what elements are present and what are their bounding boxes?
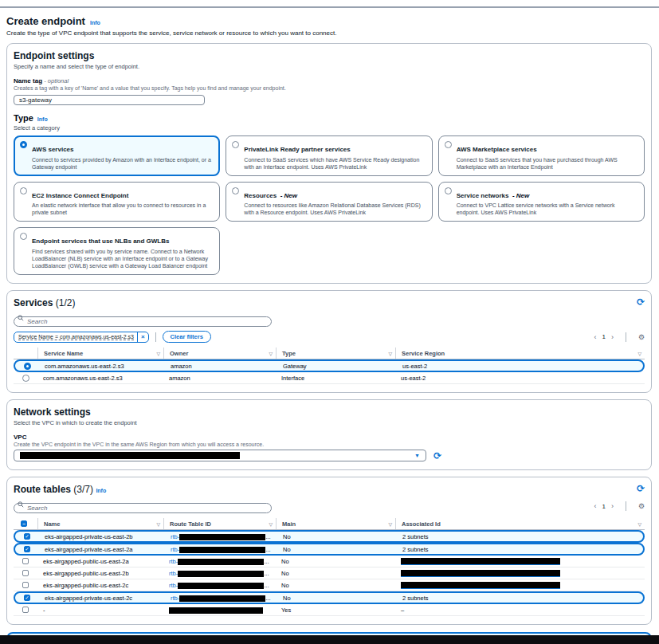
endpoint-settings-title: Endpoint settings (14, 50, 645, 61)
sort-icon[interactable]: ▽ (269, 521, 273, 527)
type-option-aws-services[interactable]: AWS services Connect to services provide… (14, 135, 220, 176)
route-table-row[interactable]: ✓ eks-airgapped-private-us-east-2a rtb-.… (14, 543, 645, 556)
route-tables-pagination: ‹ 1 › ⚙ (594, 501, 645, 511)
page-number[interactable]: 1 (602, 503, 605, 510)
radio-selected-icon[interactable] (24, 363, 31, 370)
route-tables-search-input[interactable] (14, 503, 272, 513)
route-table-id-link[interactable]: rtb- (169, 558, 178, 565)
services-search-input[interactable] (14, 316, 272, 327)
sort-icon[interactable]: ▽ (637, 351, 641, 356)
column-main[interactable]: Main ▽ (276, 518, 395, 529)
settings-gear-icon[interactable]: ⚙ (638, 333, 645, 341)
refresh-icon[interactable]: ⟳ (637, 484, 645, 493)
sort-icon[interactable]: ▽ (156, 521, 160, 527)
route-tables-info-link[interactable]: Info (96, 488, 106, 493)
refresh-icon[interactable]: ⟳ (637, 297, 645, 307)
checkbox-unchecked[interactable] (22, 582, 29, 588)
network-settings-title: Network settings (14, 406, 645, 418)
route-table-row[interactable]: eks-airgapped-public-us-east-2a rtb-... … (14, 556, 645, 567)
route-table-id-link[interactable]: rtb- (169, 582, 178, 589)
type-option-service-networks[interactable]: Service networks - New Connect to VPC La… (438, 182, 645, 222)
type-option-nlb-gwlb-services[interactable]: Endpoint services that use NLBs and GWLB… (14, 227, 220, 275)
associated-subnets[interactable]: 2 subnets (402, 595, 429, 602)
checkbox-checked[interactable]: ✓ (24, 595, 30, 601)
route-table-id-link[interactable]: rtb- (171, 546, 179, 553)
service-row-gateway[interactable]: com.amazonaws.us-east-2.s3 amazon Gatewa… (14, 359, 645, 372)
column-associated-id[interactable]: Associated Id ▽ (395, 518, 645, 529)
search-icon (18, 315, 24, 321)
endpoint-settings-subtitle: Specify a name and select the type of en… (14, 63, 645, 70)
route-table-row[interactable]: - Yes – (14, 604, 645, 616)
divider (155, 332, 156, 342)
vpc-select[interactable]: ▼ (14, 450, 426, 461)
route-tables-header: – Name ▽ Route Table ID ▽ Main ▽ Associa… (14, 518, 645, 530)
previous-page-icon[interactable]: ‹ (594, 502, 596, 510)
divider (626, 332, 626, 342)
settings-gear-icon[interactable]: ⚙ (638, 502, 645, 510)
type-option-marketplace[interactable]: AWS Marketplace services Connect to SaaS… (438, 135, 645, 176)
radio-icon[interactable] (232, 187, 239, 194)
sort-icon[interactable]: ▽ (269, 351, 273, 356)
checkbox-unchecked[interactable] (22, 558, 29, 564)
network-settings-card: Network settings Select the VPC in which… (6, 399, 652, 470)
next-page-icon[interactable]: › (611, 333, 614, 341)
page-title-text: Create endpoint (6, 15, 85, 27)
top-divider (0, 6, 659, 8)
sort-icon[interactable]: ▽ (156, 351, 160, 356)
service-row-interface[interactable]: com.amazonaws.us-east-2.s3 amazon Interf… (14, 372, 645, 384)
previous-page-icon[interactable]: ‹ (594, 333, 596, 341)
redacted-route-table-id (169, 607, 263, 614)
clear-filters-button[interactable]: Clear filters (163, 331, 211, 343)
radio-icon[interactable] (445, 141, 452, 148)
next-page-icon[interactable]: › (611, 502, 614, 510)
column-service-region[interactable]: Service Region ▽ (395, 348, 645, 359)
radio-icon[interactable] (22, 375, 29, 382)
type-option-ec2-instance-connect[interactable]: EC2 Instance Connect Endpoint An elastic… (14, 182, 220, 222)
services-table: Service Name ▽ Owner ▽ Type ▽ Service Re… (14, 348, 645, 384)
checkbox-checked[interactable]: ✓ (24, 533, 30, 540)
route-table-id-link[interactable]: rtb- (169, 570, 178, 577)
bottom-black-bar (0, 635, 659, 644)
checkbox-unchecked[interactable] (22, 607, 29, 613)
sort-icon[interactable]: ▽ (388, 521, 392, 527)
route-table-row[interactable]: eks-airgapped-public-us-east-2b rtb-... … (14, 567, 645, 579)
associated-subnets[interactable]: 2 subnets (402, 546, 429, 553)
service-name-filter-chip[interactable]: Service Name = com.amazonaws.us-east-2.s… (14, 332, 149, 343)
radio-icon[interactable] (20, 187, 27, 194)
sort-icon[interactable]: ▽ (388, 351, 392, 356)
type-option-privatelink-partner[interactable]: PrivateLink Ready partner services Conne… (226, 135, 432, 176)
route-table-id-link[interactable]: rtb- (171, 595, 179, 602)
route-table-row[interactable]: ✓ eks-airgapped-private-us-east-2c rtb-.… (14, 591, 645, 604)
name-tag-input[interactable] (14, 95, 205, 105)
associated-subnets[interactable]: 2 subnets (402, 533, 429, 540)
services-count: (1/2) (56, 297, 76, 308)
radio-icon[interactable] (20, 233, 27, 240)
radio-icon[interactable] (232, 141, 239, 148)
radio-selected-icon[interactable] (20, 141, 27, 148)
column-owner[interactable]: Owner ▽ (163, 348, 276, 359)
type-info-link[interactable]: Info (37, 116, 48, 122)
column-service-name[interactable]: Service Name ▽ (37, 348, 163, 359)
refresh-icon[interactable]: ⟳ (433, 451, 441, 461)
redacted-route-table-id (178, 571, 264, 577)
column-name[interactable]: Name ▽ (37, 518, 163, 529)
route-table-row[interactable]: eks-airgapped-public-us-east-2c rtb-... … (14, 579, 645, 591)
sort-icon[interactable]: ▽ (637, 521, 641, 527)
create-endpoint-page: Create endpoint Info Create the type of … (6, 15, 652, 644)
type-option-resources[interactable]: Resources - New Connect to resources lik… (226, 182, 432, 222)
route-table-id-link[interactable]: rtb- (171, 533, 179, 540)
select-all-checkbox[interactable]: – (21, 520, 27, 527)
page-info-link[interactable]: Info (90, 20, 100, 26)
search-icon (18, 501, 24, 508)
page-number[interactable]: 1 (602, 333, 605, 340)
route-table-row[interactable]: ✓ eks-airgapped-private-us-east-2b rtb-.… (14, 530, 645, 543)
radio-icon[interactable] (445, 187, 452, 194)
checkbox-checked[interactable]: ✓ (24, 546, 30, 552)
checkbox-unchecked[interactable] (22, 570, 29, 576)
redacted-route-table-id (178, 559, 264, 565)
route-tables-table: – Name ▽ Route Table ID ▽ Main ▽ Associa… (14, 518, 645, 616)
column-route-table-id[interactable]: Route Table ID ▽ (163, 518, 276, 529)
column-type[interactable]: Type ▽ (276, 348, 395, 359)
remove-filter-icon[interactable]: × (137, 332, 148, 342)
redacted-route-table-id (178, 583, 264, 589)
